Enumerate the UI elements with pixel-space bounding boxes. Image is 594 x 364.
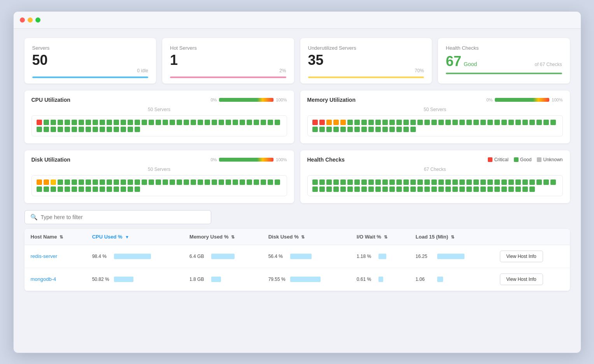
server-square[interactable] [319,179,325,185]
server-square[interactable] [466,179,472,185]
server-square[interactable] [403,127,409,132]
server-square[interactable] [466,120,472,125]
server-square[interactable] [44,186,49,192]
server-square[interactable] [319,186,325,192]
server-square[interactable] [100,127,105,132]
server-square[interactable] [100,179,105,185]
host-link[interactable]: mongodb-4 [31,276,56,282]
server-square[interactable] [508,120,514,125]
server-square[interactable] [347,186,353,192]
server-square[interactable] [459,120,465,125]
server-square[interactable] [312,186,318,192]
server-square[interactable] [268,120,273,125]
server-square[interactable] [501,186,507,192]
server-square[interactable] [149,120,154,125]
server-square[interactable] [494,179,500,185]
server-square[interactable] [340,127,346,132]
server-square[interactable] [44,179,49,185]
server-square[interactable] [438,179,444,185]
server-square[interactable] [543,120,549,125]
close-button[interactable] [20,17,25,23]
io-sort-icon[interactable]: ⇅ [384,235,387,239]
server-square[interactable] [382,186,388,192]
server-square[interactable] [396,179,402,185]
server-square[interactable] [382,179,388,185]
server-square[interactable] [93,186,98,192]
server-square[interactable] [191,179,196,185]
server-square[interactable] [354,179,360,185]
server-square[interactable] [529,186,535,192]
server-square[interactable] [452,179,458,185]
server-square[interactable] [128,120,133,125]
server-square[interactable] [79,186,84,192]
server-square[interactable] [177,179,182,185]
server-square[interactable] [326,120,332,125]
server-square[interactable] [163,179,168,185]
server-square[interactable] [205,120,210,125]
server-square[interactable] [219,179,224,185]
server-square[interactable] [58,120,63,125]
server-square[interactable] [156,179,161,185]
server-square[interactable] [515,186,521,192]
server-square[interactable] [226,179,231,185]
server-square[interactable] [466,186,472,192]
server-square[interactable] [198,179,203,185]
server-square[interactable] [452,186,458,192]
maximize-button[interactable] [35,17,40,23]
server-square[interactable] [65,186,70,192]
server-square[interactable] [501,120,507,125]
server-square[interactable] [86,120,91,125]
server-square[interactable] [107,186,112,192]
server-square[interactable] [128,127,133,132]
server-square[interactable] [107,179,112,185]
server-square[interactable] [508,186,514,192]
server-square[interactable] [65,179,70,185]
server-square[interactable] [333,120,339,125]
server-square[interactable] [473,179,479,185]
server-square[interactable] [51,186,56,192]
minimize-button[interactable] [28,17,33,23]
server-square[interactable] [319,120,325,125]
server-square[interactable] [261,179,266,185]
server-square[interactable] [550,120,556,125]
server-square[interactable] [142,179,147,185]
server-square[interactable] [72,127,77,132]
view-host-info-button[interactable]: View Host Info [500,251,543,262]
server-square[interactable] [543,179,549,185]
server-square[interactable] [93,179,98,185]
server-square[interactable] [375,186,381,192]
server-square[interactable] [396,186,402,192]
server-square[interactable] [58,179,63,185]
disk-sort-icon[interactable]: ⇅ [301,235,305,239]
load-sort-icon[interactable]: ⇅ [451,235,454,239]
server-square[interactable] [445,120,451,125]
search-box[interactable]: 🔍 [25,210,211,224]
server-square[interactable] [326,127,332,132]
server-square[interactable] [163,120,168,125]
server-square[interactable] [361,186,367,192]
server-square[interactable] [170,179,175,185]
server-square[interactable] [233,179,238,185]
server-square[interactable] [58,186,63,192]
server-square[interactable] [473,120,479,125]
server-square[interactable] [382,120,388,125]
server-square[interactable] [268,179,273,185]
cpu-sort-icon[interactable]: ▼ [125,235,129,239]
server-square[interactable] [107,127,112,132]
server-square[interactable] [333,186,339,192]
server-square[interactable] [226,120,231,125]
server-square[interactable] [135,127,140,132]
server-square[interactable] [79,127,84,132]
server-square[interactable] [128,186,133,192]
server-square[interactable] [254,179,259,185]
server-square[interactable] [37,120,42,125]
server-square[interactable] [487,186,493,192]
server-square[interactable] [72,179,77,185]
server-square[interactable] [410,120,416,125]
server-square[interactable] [65,127,70,132]
server-square[interactable] [410,179,416,185]
server-square[interactable] [121,127,126,132]
server-square[interactable] [375,179,381,185]
server-square[interactable] [312,120,318,125]
server-square[interactable] [473,186,479,192]
